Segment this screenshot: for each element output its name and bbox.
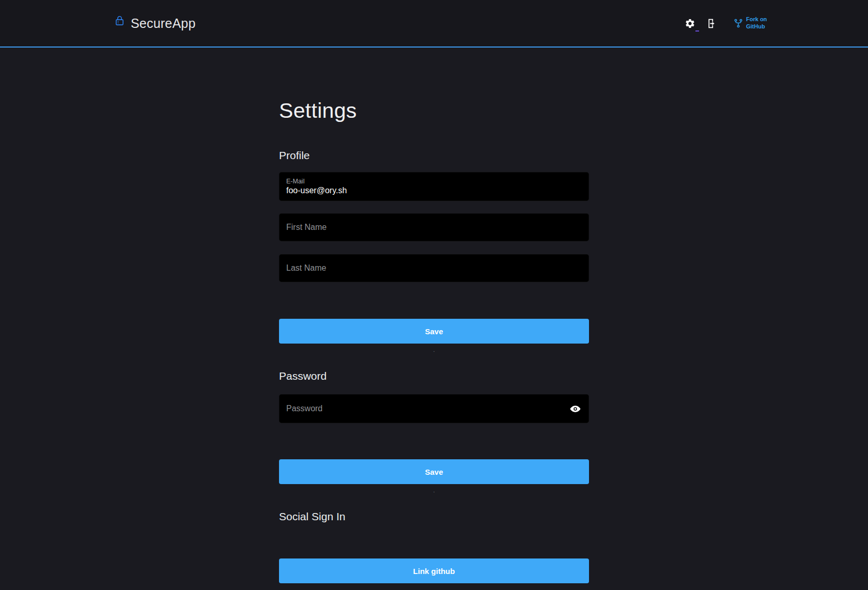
logout-button[interactable]: [704, 16, 719, 30]
first-name-input[interactable]: [286, 223, 582, 232]
brand: SecureApp: [115, 16, 196, 31]
social-sign-in-section: Social Sign In Link github: [279, 510, 589, 583]
cursor-underscore-artifact: [695, 30, 699, 32]
profile-heading: Profile: [279, 149, 589, 162]
lock-icon: [115, 15, 125, 27]
password-save-button[interactable]: Save: [279, 459, 589, 484]
last-name-input[interactable]: [286, 263, 582, 273]
logout-icon: [706, 18, 717, 29]
gear-icon: [685, 18, 695, 29]
email-field[interactable]: E-Mail: [279, 172, 589, 201]
password-note-dot: .: [279, 487, 589, 493]
fork-on-github-link[interactable]: Fork on GitHub: [733, 16, 770, 30]
app-title: SecureApp: [131, 16, 196, 31]
fork-on-github-label: Fork on GitHub: [746, 16, 770, 30]
email-input[interactable]: [286, 186, 582, 195]
profile-note-dot: .: [279, 347, 589, 353]
settings-gear-button[interactable]: [683, 16, 697, 30]
password-input[interactable]: [286, 404, 562, 413]
link-github-button[interactable]: Link github: [279, 558, 589, 583]
profile-section: Profile E-Mail Save .: [279, 149, 589, 353]
email-field-label: E-Mail: [286, 178, 582, 185]
last-name-field[interactable]: [279, 254, 589, 282]
password-field[interactable]: [279, 394, 589, 423]
settings-page: Settings Profile E-Mail Save . Password: [279, 98, 589, 583]
password-heading: Password: [279, 369, 589, 383]
git-fork-icon: [733, 18, 743, 29]
toggle-password-visibility-button[interactable]: [568, 402, 582, 415]
profile-save-button[interactable]: Save: [279, 319, 589, 344]
first-name-field[interactable]: [279, 213, 589, 241]
social-sign-in-heading: Social Sign In: [279, 510, 589, 523]
header-actions: Fork on GitHub: [683, 16, 770, 30]
password-section: Password Save .: [279, 369, 589, 493]
page-title: Settings: [279, 98, 589, 123]
app-header: SecureApp: [0, 0, 868, 48]
eye-icon: [569, 403, 581, 415]
